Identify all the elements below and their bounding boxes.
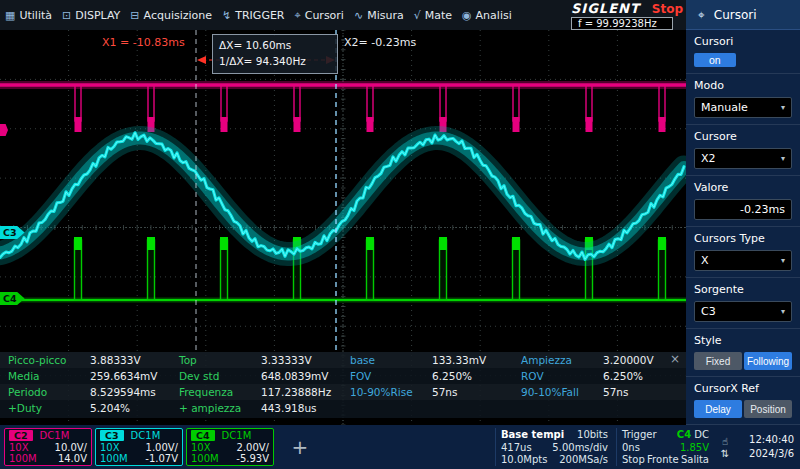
- measurement-label: 10-90%Rise: [342, 386, 432, 398]
- cursors-panel: ⌖ Cursori CursorionModoManuale▾CursoreX2…: [686, 0, 800, 425]
- channel-header: C3DC1M: [100, 430, 178, 441]
- channel-descriptor-c2[interactable]: C2DC1M10X10.0V/100M14.0V: [4, 428, 92, 466]
- trigger-label: Trigger: [622, 429, 657, 440]
- channel-offset: -1.07V: [145, 453, 178, 464]
- channel-descriptor-c3[interactable]: C3DC1M10X1.00V/100M-1.07V: [95, 428, 183, 466]
- position-button[interactable]: Position: [744, 400, 792, 418]
- measurement-label: 90-10%Fall: [513, 386, 603, 398]
- chevron-down-icon: ▾: [781, 103, 785, 112]
- valore-field[interactable]: -0.23ms: [694, 199, 792, 220]
- timebase-descriptor[interactable]: Base tempi 10bits 417us 5.00ms/div 10.0M…: [495, 428, 613, 466]
- channel-descriptor-c4[interactable]: C4DC1M10X2.00V/100M-5.93V: [186, 428, 274, 466]
- trigger-status: Stop: [622, 454, 645, 465]
- measurement-cell: Picco-picco3.88333V: [0, 352, 171, 368]
- clock: 12:40:40 2024/3/6: [736, 433, 796, 462]
- trigger-holdoff: 0ns: [622, 442, 640, 453]
- menu-item-display[interactable]: ⊡DISPLAY: [57, 0, 125, 30]
- sorgente-select[interactable]: C3▾: [694, 301, 792, 322]
- measurement-cell: Periodo8.529594ms: [0, 384, 171, 400]
- measurement-row: Media259.6634mVDev std648.0839mVFOV6.250…: [0, 368, 686, 384]
- measurement-cell: Top3.33333V: [171, 352, 342, 368]
- timebase-delay: 417us: [501, 442, 532, 453]
- measurement-cell: Media259.6634mV: [0, 368, 171, 384]
- menu-item-label: TRIGGER: [235, 9, 284, 22]
- measurement-row: Periodo8.529594msFrequenza117.23888Hz10-…: [0, 384, 686, 400]
- menu-item-mate[interactable]: √Mate: [409, 0, 457, 30]
- measurement-label: Top: [171, 354, 261, 366]
- menu-item-misura[interactable]: ∿Misura: [349, 0, 409, 30]
- cursor-x2-readout: X2= -0.23ms: [344, 36, 416, 49]
- channel-header: C2DC1M: [9, 430, 87, 441]
- section-label: CursorX Ref: [694, 382, 792, 395]
- menu-item-analisi[interactable]: ◉Analisi: [457, 0, 517, 30]
- cursors-icon: ⌖: [698, 8, 705, 22]
- statusbar-icons: ☝ ⇅: [717, 436, 733, 459]
- section-label: Cursore: [694, 130, 792, 143]
- modo-select[interactable]: Manuale▾: [694, 97, 792, 118]
- measurement-row: Picco-picco3.88333VTop3.33333Vbase133.33…: [0, 352, 686, 368]
- section-label: Valore: [694, 181, 792, 194]
- measurement-row: +Duty5.204%+ ampiezza443.918us: [0, 400, 686, 416]
- section-label: Cursori: [694, 35, 792, 48]
- sample-rate: 200MSa/s: [559, 454, 608, 465]
- cursore-select[interactable]: X2▾: [694, 148, 792, 169]
- chevron-down-icon: ▾: [781, 154, 785, 163]
- menu-item-acquisizione[interactable]: ⊟Acquisizione: [125, 0, 217, 30]
- channel-offset: 14.0V: [58, 453, 87, 464]
- probe-attenuation: 10X: [100, 442, 120, 453]
- measurement-value: 443.918us: [261, 402, 342, 414]
- menu-item-label: Misura: [367, 9, 404, 22]
- brand-logo: SIGLENT: [571, 1, 640, 16]
- menu-item-label: Cursori: [305, 9, 344, 22]
- following-button[interactable]: Following: [744, 352, 792, 370]
- menu-item-label: Acquisizione: [144, 9, 212, 22]
- channel-offset-row: 100M14.0V: [9, 453, 87, 464]
- measurement-label: Periodo: [0, 386, 90, 398]
- frequency-counter: f = 99.99238Hz: [571, 17, 673, 30]
- cursori-icon: ⌖: [295, 9, 301, 22]
- analisi-icon: ◉: [462, 9, 472, 22]
- sidebar-section-cursore: CursoreX2▾: [686, 125, 800, 176]
- memory-depth: 10.0Mpts: [501, 454, 547, 465]
- time: 12:40:40: [736, 433, 794, 448]
- cursori-toggle[interactable]: on: [694, 53, 736, 67]
- bandwidth-limit: 100M: [9, 453, 37, 464]
- menu-items: ▦Utilità⊡DISPLAY⊟Acquisizione↯TRIGGER⌖Cu…: [0, 0, 517, 30]
- coupling-label: DC1M: [131, 430, 161, 441]
- close-icon[interactable]: ×: [670, 352, 680, 366]
- coupling-label: DC1M: [40, 430, 70, 441]
- waveform-display[interactable]: X1 = -10.83ms ΔX= 10.60ms 1/ΔX= 94.340Hz…: [0, 30, 686, 425]
- measurement-label: Frequenza: [171, 386, 261, 398]
- channel-header: C4DC1M: [191, 430, 269, 441]
- coupling-label: DC1M: [222, 430, 252, 441]
- adc-bits: 10bits: [577, 429, 608, 440]
- cursor-x1-readout: X1 = -10.83ms: [102, 36, 185, 49]
- menu-item-trigger[interactable]: ↯TRIGGER: [217, 0, 289, 30]
- menu-item-label: Analisi: [476, 9, 512, 22]
- trigger-icon: ↯: [222, 9, 231, 22]
- delay-button[interactable]: Delay: [694, 400, 742, 418]
- trigger-descriptor[interactable]: Trigger C4 DC 0ns 1.85V Stop Fronte Sali…: [616, 428, 714, 466]
- measurement-value: 57ns: [432, 386, 513, 398]
- oscilloscope-screen: ▦Utilità⊡DISPLAY⊟Acquisizione↯TRIGGER⌖Cu…: [0, 0, 800, 469]
- measurement-cell: +Duty5.204%: [0, 400, 171, 416]
- menu-item-utilit[interactable]: ▦Utilità: [0, 0, 57, 30]
- menu-item-label: Utilità: [19, 9, 52, 22]
- volts-per-div: 1.00V/: [146, 442, 178, 453]
- measurement-label: base: [342, 354, 432, 366]
- cursors-type-select[interactable]: X▾: [694, 250, 792, 271]
- top-menu-bar: ▦Utilità⊡DISPLAY⊟Acquisizione↯TRIGGER⌖Cu…: [0, 0, 686, 30]
- menu-item-cursori[interactable]: ⌖Cursori: [290, 0, 349, 30]
- measurement-value: 259.6634mV: [90, 370, 171, 382]
- fixed-button[interactable]: Fixed: [694, 352, 742, 370]
- measurement-rows: Picco-picco3.88333VTop3.33333Vbase133.33…: [0, 352, 686, 416]
- channel-descriptors: C2DC1M10X10.0V/100M14.0VC3DC1M10X1.00V/1…: [4, 428, 274, 466]
- trigger-source: C4: [677, 429, 691, 440]
- timebase-label: Base tempi: [501, 429, 564, 440]
- menu-item-label: Mate: [425, 9, 452, 22]
- channel-scale-row: 10X10.0V/: [9, 442, 87, 453]
- style-segmented: FixedFollowing: [694, 352, 792, 370]
- panel-title: Cursori: [714, 8, 757, 22]
- channel-name-chip: C3: [100, 430, 124, 441]
- panel-header[interactable]: ⌖ Cursori: [686, 0, 800, 30]
